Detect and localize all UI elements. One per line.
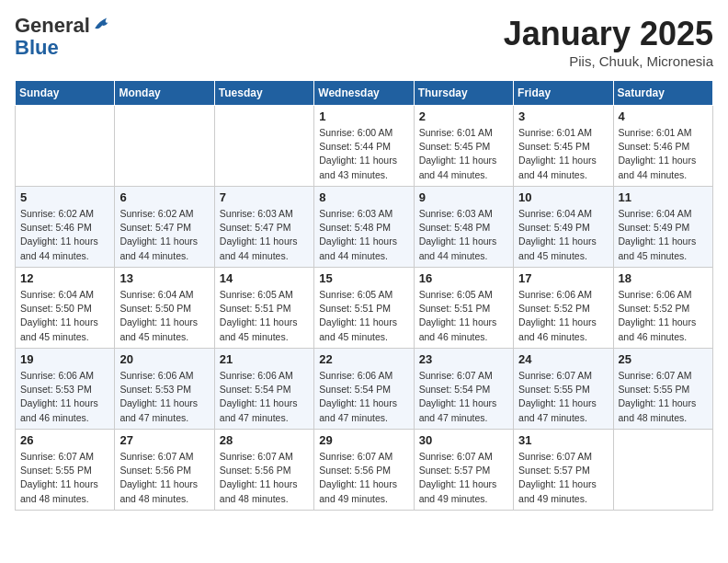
calendar-cell: 11Sunrise: 6:04 AM Sunset: 5:49 PM Dayli… <box>613 187 712 268</box>
day-number: 4 <box>619 109 708 123</box>
day-info: Sunrise: 6:06 AM Sunset: 5:53 PM Dayligh… <box>119 369 209 425</box>
header-day-sunday: Sunday <box>16 81 115 106</box>
week-row-2: 5Sunrise: 6:02 AM Sunset: 5:46 PM Daylig… <box>16 187 713 268</box>
calendar-cell: 5Sunrise: 6:02 AM Sunset: 5:46 PM Daylig… <box>16 187 115 268</box>
day-number: 16 <box>419 271 508 285</box>
day-number: 30 <box>419 433 508 447</box>
day-info: Sunrise: 6:01 AM Sunset: 5:46 PM Dayligh… <box>619 126 708 182</box>
day-info: Sunrise: 6:04 AM Sunset: 5:50 PM Dayligh… <box>20 288 109 344</box>
header-day-wednesday: Wednesday <box>314 81 414 106</box>
calendar-cell: 13Sunrise: 6:04 AM Sunset: 5:50 PM Dayli… <box>115 268 214 349</box>
calendar-cell <box>613 430 712 511</box>
day-number: 6 <box>119 190 209 204</box>
day-info: Sunrise: 6:06 AM Sunset: 5:52 PM Dayligh… <box>518 288 608 344</box>
day-number: 21 <box>220 352 309 366</box>
calendar-cell: 29Sunrise: 6:07 AM Sunset: 5:56 PM Dayli… <box>314 430 414 511</box>
day-number: 29 <box>319 433 408 447</box>
header-day-thursday: Thursday <box>414 81 513 106</box>
week-row-4: 19Sunrise: 6:06 AM Sunset: 5:53 PM Dayli… <box>16 349 713 430</box>
header-day-saturday: Saturday <box>613 81 712 106</box>
week-row-5: 26Sunrise: 6:07 AM Sunset: 5:55 PM Dayli… <box>16 430 713 511</box>
calendar-cell: 12Sunrise: 6:04 AM Sunset: 5:50 PM Dayli… <box>16 268 115 349</box>
calendar-cell: 28Sunrise: 6:07 AM Sunset: 5:56 PM Dayli… <box>214 430 313 511</box>
calendar-cell: 27Sunrise: 6:07 AM Sunset: 5:56 PM Dayli… <box>115 430 214 511</box>
calendar-cell: 19Sunrise: 6:06 AM Sunset: 5:53 PM Dayli… <box>16 349 115 430</box>
day-number: 27 <box>119 433 209 447</box>
day-info: Sunrise: 6:07 AM Sunset: 5:54 PM Dayligh… <box>419 369 508 425</box>
header-day-friday: Friday <box>514 81 613 106</box>
day-info: Sunrise: 6:01 AM Sunset: 5:45 PM Dayligh… <box>518 126 608 182</box>
day-number: 20 <box>119 352 209 366</box>
calendar-cell: 23Sunrise: 6:07 AM Sunset: 5:54 PM Dayli… <box>414 349 513 430</box>
day-info: Sunrise: 6:02 AM Sunset: 5:47 PM Dayligh… <box>119 207 209 263</box>
calendar-cell: 30Sunrise: 6:07 AM Sunset: 5:57 PM Dayli… <box>414 430 513 511</box>
day-info: Sunrise: 6:00 AM Sunset: 5:44 PM Dayligh… <box>319 126 408 182</box>
calendar-cell: 7Sunrise: 6:03 AM Sunset: 5:47 PM Daylig… <box>214 187 313 268</box>
header-day-monday: Monday <box>115 81 214 106</box>
day-number: 3 <box>518 109 608 123</box>
logo-blue-text: Blue <box>15 36 59 59</box>
calendar-cell <box>115 106 214 187</box>
header-day-tuesday: Tuesday <box>214 81 313 106</box>
calendar-cell: 17Sunrise: 6:06 AM Sunset: 5:52 PM Dayli… <box>514 268 613 349</box>
day-number: 14 <box>220 271 309 285</box>
calendar-cell: 3Sunrise: 6:01 AM Sunset: 5:45 PM Daylig… <box>514 106 613 187</box>
calendar-cell: 1Sunrise: 6:00 AM Sunset: 5:44 PM Daylig… <box>314 106 414 187</box>
calendar-cell: 18Sunrise: 6:06 AM Sunset: 5:52 PM Dayli… <box>613 268 712 349</box>
calendar-cell <box>214 106 313 187</box>
logo-bird-icon <box>92 13 114 35</box>
day-info: Sunrise: 6:04 AM Sunset: 5:49 PM Dayligh… <box>619 207 708 263</box>
day-number: 15 <box>319 271 408 285</box>
day-number: 7 <box>220 190 309 204</box>
calendar-cell <box>16 106 115 187</box>
calendar-cell: 9Sunrise: 6:03 AM Sunset: 5:48 PM Daylig… <box>414 187 513 268</box>
day-info: Sunrise: 6:07 AM Sunset: 5:55 PM Dayligh… <box>518 369 608 425</box>
day-number: 31 <box>518 433 608 447</box>
calendar-cell: 8Sunrise: 6:03 AM Sunset: 5:48 PM Daylig… <box>314 187 414 268</box>
day-number: 12 <box>20 271 109 285</box>
day-number: 5 <box>20 190 109 204</box>
calendar-cell: 21Sunrise: 6:06 AM Sunset: 5:54 PM Dayli… <box>214 349 313 430</box>
day-info: Sunrise: 6:05 AM Sunset: 5:51 PM Dayligh… <box>319 288 408 344</box>
calendar-cell: 20Sunrise: 6:06 AM Sunset: 5:53 PM Dayli… <box>115 349 214 430</box>
day-info: Sunrise: 6:07 AM Sunset: 5:56 PM Dayligh… <box>119 450 209 506</box>
day-info: Sunrise: 6:05 AM Sunset: 5:51 PM Dayligh… <box>419 288 508 344</box>
calendar-cell: 6Sunrise: 6:02 AM Sunset: 5:47 PM Daylig… <box>115 187 214 268</box>
day-info: Sunrise: 6:03 AM Sunset: 5:48 PM Dayligh… <box>319 207 408 263</box>
day-info: Sunrise: 6:06 AM Sunset: 5:54 PM Dayligh… <box>220 369 309 425</box>
calendar-cell: 15Sunrise: 6:05 AM Sunset: 5:51 PM Dayli… <box>314 268 414 349</box>
calendar-cell: 2Sunrise: 6:01 AM Sunset: 5:45 PM Daylig… <box>414 106 513 187</box>
day-info: Sunrise: 6:07 AM Sunset: 5:55 PM Dayligh… <box>619 369 708 425</box>
day-info: Sunrise: 6:07 AM Sunset: 5:56 PM Dayligh… <box>220 450 309 506</box>
day-number: 18 <box>619 271 708 285</box>
day-info: Sunrise: 6:01 AM Sunset: 5:45 PM Dayligh… <box>419 126 508 182</box>
calendar-cell: 4Sunrise: 6:01 AM Sunset: 5:46 PM Daylig… <box>613 106 712 187</box>
title-block: January 2025 Piis, Chuuk, Micronesia <box>504 15 713 69</box>
page-header: General Blue January 2025 Piis, Chuuk, M… <box>15 15 713 69</box>
day-number: 24 <box>518 352 608 366</box>
day-number: 26 <box>20 433 109 447</box>
day-info: Sunrise: 6:03 AM Sunset: 5:48 PM Dayligh… <box>419 207 508 263</box>
calendar-cell: 10Sunrise: 6:04 AM Sunset: 5:49 PM Dayli… <box>514 187 613 268</box>
logo-general-text: General <box>15 15 90 37</box>
calendar-cell: 24Sunrise: 6:07 AM Sunset: 5:55 PM Dayli… <box>514 349 613 430</box>
day-number: 17 <box>518 271 608 285</box>
day-number: 23 <box>419 352 508 366</box>
day-info: Sunrise: 6:02 AM Sunset: 5:46 PM Dayligh… <box>20 207 109 263</box>
day-info: Sunrise: 6:06 AM Sunset: 5:52 PM Dayligh… <box>619 288 708 344</box>
day-number: 19 <box>20 352 109 366</box>
day-info: Sunrise: 6:07 AM Sunset: 5:56 PM Dayligh… <box>319 450 408 506</box>
calendar-cell: 25Sunrise: 6:07 AM Sunset: 5:55 PM Dayli… <box>613 349 712 430</box>
month-title: January 2025 <box>504 15 713 53</box>
day-info: Sunrise: 6:07 AM Sunset: 5:55 PM Dayligh… <box>20 450 109 506</box>
day-number: 2 <box>419 109 508 123</box>
calendar-cell: 31Sunrise: 6:07 AM Sunset: 5:57 PM Dayli… <box>514 430 613 511</box>
calendar-cell: 26Sunrise: 6:07 AM Sunset: 5:55 PM Dayli… <box>16 430 115 511</box>
calendar-table: SundayMondayTuesdayWednesdayThursdayFrid… <box>15 80 713 511</box>
day-info: Sunrise: 6:06 AM Sunset: 5:53 PM Dayligh… <box>20 369 109 425</box>
day-number: 13 <box>119 271 209 285</box>
day-number: 1 <box>319 109 408 123</box>
logo: General Blue <box>15 15 114 59</box>
week-row-3: 12Sunrise: 6:04 AM Sunset: 5:50 PM Dayli… <box>16 268 713 349</box>
day-number: 28 <box>220 433 309 447</box>
